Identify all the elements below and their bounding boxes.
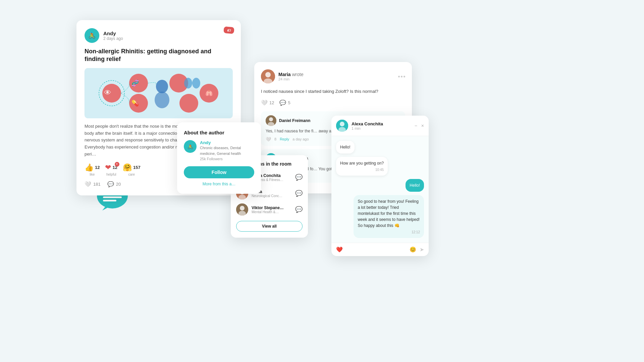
companion-name-3: Viktor Stepane… xyxy=(252,205,284,210)
svg-point-31 xyxy=(265,72,271,77)
svg-text:👁: 👁 xyxy=(104,88,111,97)
svg-point-11 xyxy=(192,78,200,88)
author-followers: 25k Followers xyxy=(200,157,254,161)
svg-point-40 xyxy=(340,122,344,126)
svg-point-28 xyxy=(240,206,245,210)
companion-chat-icon-2[interactable]: 💬 xyxy=(295,190,303,197)
reply-avatar-1 xyxy=(266,115,276,126)
svg-text:💊: 💊 xyxy=(131,100,139,107)
chat-user-name: Alexa Conchita xyxy=(352,121,383,126)
comments-count[interactable]: 💬 20 xyxy=(107,181,121,187)
post-likes[interactable]: 🤍 12 xyxy=(261,100,274,106)
reply-button-1[interactable]: Reply xyxy=(280,137,289,141)
chat-user-avatar xyxy=(336,120,348,132)
article-header: 🚴 Andy 2 days ago xyxy=(85,28,233,43)
svg-rect-20 xyxy=(103,200,116,201)
post-author-avatar xyxy=(261,69,275,83)
svg-text:🫁: 🫁 xyxy=(205,89,213,97)
svg-point-10 xyxy=(184,78,192,88)
author-card: About the author 🚴 Andy Chronic diseases… xyxy=(177,122,261,194)
chat-body: Hello! How are you getting on? 10:45 Hel… xyxy=(331,136,429,243)
chat-window: Alexa Conchita 1 min − × Hello! How are … xyxy=(331,116,429,256)
chat-msg-3: Hello! xyxy=(406,179,424,192)
author-small-avatar: 🚴 xyxy=(184,140,197,153)
chat-controls: − × xyxy=(415,123,424,128)
follow-button[interactable]: Follow xyxy=(184,166,254,178)
more-from-author-link[interactable]: More from this a… xyxy=(184,182,254,186)
author-avatar: 🚴 xyxy=(85,28,99,43)
author-info: 🚴 Andy Chronic diseases, Dental medicine… xyxy=(184,140,254,161)
like-reaction[interactable]: 👍 12 like xyxy=(85,163,100,176)
post-more-menu[interactable] xyxy=(398,76,405,77)
care-reaction[interactable]: 🤗 157 care xyxy=(123,163,141,176)
companion-chat-icon-3[interactable]: 💬 xyxy=(295,206,303,213)
post-author-name: Maria wrote xyxy=(278,72,304,77)
chat-msg-4: So good to hear from you! Feeling a lot … xyxy=(354,195,424,238)
post-comments[interactable]: 💬 5 xyxy=(279,100,290,106)
article-image: 👁 🧬 💊 🫁 xyxy=(85,68,233,118)
author-card-tags: Chronic diseases, Dental medicine, Gener… xyxy=(200,145,254,156)
companion-sub-3: Mental Health &… xyxy=(252,210,284,214)
chat-msg-2: How are you getting on? 10:45 xyxy=(336,157,388,176)
svg-point-8 xyxy=(156,80,168,93)
post-header: Maria wrote 24 min xyxy=(261,69,405,83)
send-button[interactable]: ➤ xyxy=(420,246,424,253)
emoji-button[interactable]: 😊 xyxy=(410,246,416,253)
svg-point-9 xyxy=(155,92,169,108)
chat-msg-1: Hello! xyxy=(336,141,355,154)
view-all-button[interactable]: View all xyxy=(236,221,303,232)
chat-header: Alexa Conchita 1 min − × xyxy=(331,116,429,136)
chat-footer: ❤️ 😊 ➤ xyxy=(331,243,429,256)
companion-item-3: Viktor Stepane… Mental Health &… 💬 xyxy=(236,203,303,216)
companion-avatar-3 xyxy=(236,203,248,216)
minimize-button[interactable]: − xyxy=(415,123,417,128)
chat-user-time: 1 min xyxy=(352,126,383,130)
post-time: 24 min xyxy=(278,77,304,81)
svg-point-34 xyxy=(269,117,273,121)
close-button[interactable]: × xyxy=(421,123,424,128)
companion-sub-2: Neurological Conc… xyxy=(252,194,282,198)
svg-rect-19 xyxy=(103,196,122,198)
heart-react-button[interactable]: ❤️ xyxy=(336,246,343,253)
article-tag: 🏷 xyxy=(223,26,234,34)
likes-count[interactable]: 🤍 181 xyxy=(85,181,101,187)
helpful-reaction[interactable]: ❤ ✕ 12 helpful xyxy=(105,163,117,176)
svg-point-7 xyxy=(179,94,198,113)
post-actions: 🤍 12 💬 5 xyxy=(261,100,405,106)
author-name: Andy xyxy=(103,31,123,36)
author-card-title: About the author xyxy=(184,130,254,135)
companion-chat-icon-1[interactable]: 💬 xyxy=(295,174,303,181)
post-text: I noticed nausea since I started taking … xyxy=(261,88,405,95)
author-card-name: Andy xyxy=(200,140,254,145)
article-time: 2 days ago xyxy=(103,36,123,41)
article-title: Non-allergic Rhinitis: getting diagnosed… xyxy=(85,48,233,63)
reply-author-1: Daniel Freimann xyxy=(279,118,310,123)
svg-text:🧬: 🧬 xyxy=(131,79,139,87)
